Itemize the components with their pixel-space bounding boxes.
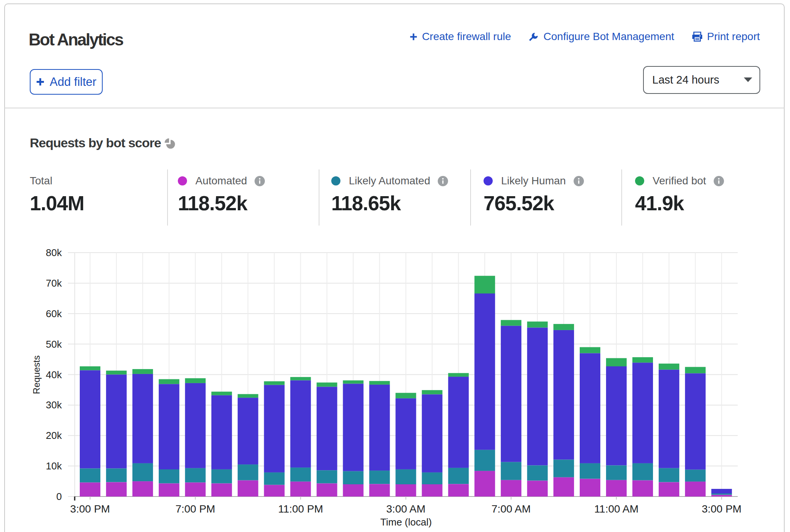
svg-text:10k: 10k xyxy=(46,460,62,472)
svg-text:30k: 30k xyxy=(46,399,62,411)
svg-text:3:00 PM: 3:00 PM xyxy=(702,503,742,515)
svg-text:7:00 AM: 7:00 AM xyxy=(492,503,531,515)
svg-text:50k: 50k xyxy=(46,339,62,350)
svg-text:80k: 80k xyxy=(46,247,62,258)
svg-text:40k: 40k xyxy=(46,369,62,380)
svg-text:3:00 AM: 3:00 AM xyxy=(386,503,426,515)
svg-text:11:00 PM: 11:00 PM xyxy=(278,503,323,515)
svg-text:70k: 70k xyxy=(46,277,62,289)
svg-text:20k: 20k xyxy=(46,430,62,441)
svg-text:Requests: Requests xyxy=(31,355,42,394)
svg-text:Time (local): Time (local) xyxy=(380,516,432,528)
svg-text:11:00 AM: 11:00 AM xyxy=(594,503,638,515)
svg-text:3:00 PM: 3:00 PM xyxy=(70,503,110,515)
svg-text:7:00 PM: 7:00 PM xyxy=(176,503,215,515)
svg-text:60k: 60k xyxy=(46,308,62,319)
svg-text:0: 0 xyxy=(56,491,62,502)
